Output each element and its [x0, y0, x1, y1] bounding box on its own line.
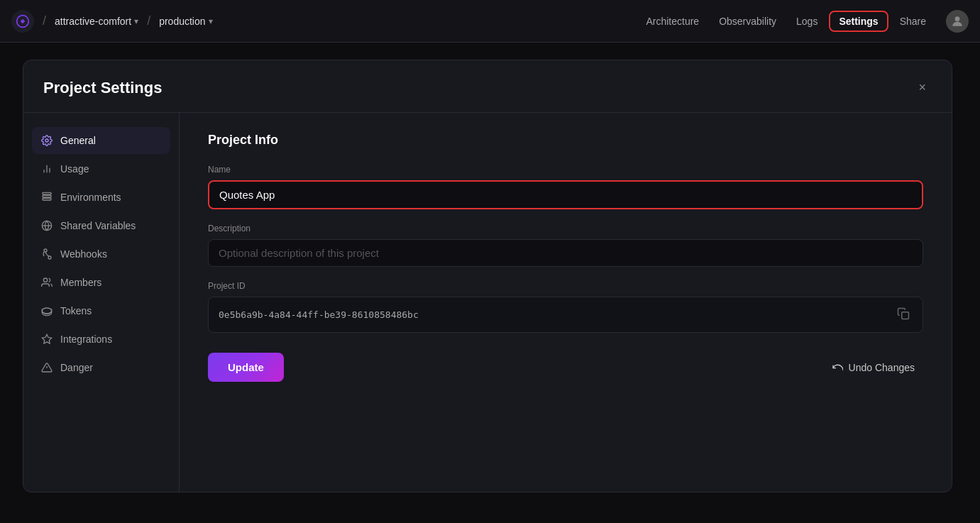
nav-architecture[interactable]: Architecture — [637, 11, 708, 31]
project-selector[interactable]: attractive-comfort ▾ — [55, 16, 138, 27]
sidebar-label-environments: Environments — [60, 192, 121, 203]
sidebar-item-environments[interactable]: Environments — [32, 184, 170, 211]
env-chevron-icon: ▾ — [209, 16, 213, 26]
gear-icon — [40, 134, 53, 147]
project-id-box: 0e5b6a9b-4a84-44ff-be39-8610858486bc — [208, 297, 923, 333]
svg-rect-6 — [43, 195, 51, 197]
svg-rect-16 — [902, 312, 909, 319]
sidebar-label-danger: Danger — [60, 362, 93, 373]
name-label: Name — [208, 165, 923, 175]
layers-icon — [40, 191, 53, 204]
breadcrumb-sep-2: / — [147, 13, 150, 28]
svg-rect-8 — [43, 192, 51, 194]
users-icon — [40, 276, 53, 289]
undo-label: Undo Changes — [849, 362, 915, 373]
undo-button[interactable]: Undo Changes — [823, 356, 923, 379]
project-id-label: Project ID — [208, 281, 923, 291]
token-icon — [40, 304, 53, 317]
svg-point-11 — [43, 278, 47, 282]
integrations-icon — [40, 333, 53, 346]
env-selector[interactable]: production ▾ — [159, 16, 212, 27]
main-content: Project Settings × General — [0, 43, 980, 523]
name-field-group: Name — [208, 165, 923, 209]
user-avatar[interactable] — [946, 10, 969, 33]
project-chevron-icon: ▾ — [134, 16, 138, 26]
project-name: attractive-comfort — [55, 16, 131, 27]
sidebar-label-shared-variables: Shared Variables — [60, 220, 136, 231]
svg-point-2 — [45, 139, 48, 142]
svg-marker-13 — [42, 334, 51, 343]
description-field-group: Description — [208, 224, 923, 267]
nav-share[interactable]: Share — [891, 11, 935, 31]
app-logo[interactable] — [11, 10, 34, 33]
globe-icon — [40, 219, 53, 232]
bar-chart-icon — [40, 163, 53, 175]
sidebar-item-danger[interactable]: Danger — [32, 354, 170, 381]
actions-row: Update Undo Changes — [208, 353, 923, 382]
project-name-input[interactable] — [208, 180, 923, 209]
env-name: production — [159, 16, 205, 27]
nav-observability[interactable]: Observability — [710, 11, 785, 31]
sidebar-item-webhooks[interactable]: Webhooks — [32, 241, 170, 268]
sidebar-item-tokens[interactable]: Tokens — [32, 297, 170, 324]
project-id-value: 0e5b6a9b-4a84-44ff-be39-8610858486bc — [219, 309, 419, 320]
project-id-field-group: Project ID 0e5b6a9b-4a84-44ff-be39-86108… — [208, 281, 923, 333]
settings-modal: Project Settings × General — [23, 60, 952, 492]
sidebar-item-members[interactable]: Members — [32, 269, 170, 296]
update-button[interactable]: Update — [208, 353, 284, 382]
sidebar-item-shared-variables[interactable]: Shared Variables — [32, 212, 170, 239]
sidebar-item-general[interactable]: General — [32, 127, 170, 154]
settings-body: General Usage — [23, 113, 952, 492]
nav-logs[interactable]: Logs — [788, 11, 826, 31]
topbar: / attractive-comfort ▾ / production ▾ Ar… — [0, 0, 980, 43]
settings-sidebar: General Usage — [23, 113, 180, 492]
nav-settings[interactable]: Settings — [829, 11, 888, 32]
svg-rect-7 — [43, 198, 51, 200]
sidebar-label-tokens: Tokens — [60, 305, 92, 316]
settings-main-panel: Project Info Name Description Project ID… — [180, 113, 952, 492]
section-title: Project Info — [208, 133, 923, 148]
close-button[interactable]: × — [913, 77, 932, 98]
sidebar-label-general: General — [60, 135, 96, 146]
breadcrumb-sep-1: / — [43, 13, 46, 28]
webhook-icon — [40, 248, 53, 260]
sidebar-label-usage: Usage — [60, 163, 89, 175]
sidebar-item-usage[interactable]: Usage — [32, 155, 170, 182]
settings-header: Project Settings × — [23, 60, 952, 113]
svg-point-1 — [955, 16, 960, 21]
copy-project-id-button[interactable] — [894, 304, 913, 325]
danger-icon — [40, 361, 53, 374]
sidebar-item-integrations[interactable]: Integrations — [32, 326, 170, 353]
description-label: Description — [208, 224, 923, 233]
sidebar-label-integrations: Integrations — [60, 334, 112, 345]
sidebar-label-members: Members — [60, 277, 101, 288]
undo-icon — [832, 362, 843, 373]
sidebar-label-webhooks: Webhooks — [60, 248, 107, 260]
settings-title: Project Settings — [43, 79, 162, 97]
top-nav: Architecture Observability Logs Settings… — [637, 11, 935, 32]
project-description-input[interactable] — [208, 239, 923, 267]
